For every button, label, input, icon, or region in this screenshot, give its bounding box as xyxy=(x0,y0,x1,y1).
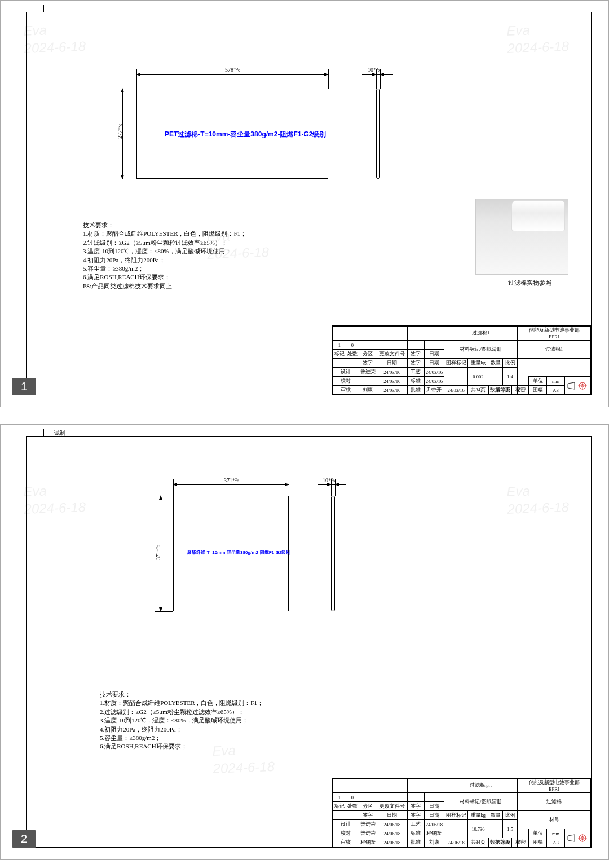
dim-height: 277⁺²₀ xyxy=(117,124,123,139)
tech-requirements: 技术要求： 1.材质：聚酯合成纤维POLYESTER，白色，阻燃级别：F1； 2… xyxy=(83,221,246,290)
title-block: 过滤棉1 储能及新型电池事业部EPRI 10 材料标记/图纸清册 过滤棉1 标记… xyxy=(332,325,591,395)
part-label: PET过滤棉-T=10mm-容尘量380g/m2-阻燃F1-G2级别 xyxy=(165,130,326,139)
dim-thickness: 10⁺²₀ xyxy=(323,477,335,483)
page-number-badge: 2 xyxy=(12,830,36,848)
part-label: 聚酯纤维-T=10mm-容尘量380g/m2-阻燃F1-G2级别 xyxy=(187,549,290,556)
tech-requirements: 技术要求： 1.材质：聚酯合成纤维POLYESTER，白色，阻燃级别：F1； 2… xyxy=(100,690,263,751)
watermark: Eva2024-6-18 xyxy=(23,20,86,57)
photo-caption: 过滤棉实物参照 xyxy=(508,279,551,287)
page-number-badge: 1 xyxy=(12,378,36,395)
drawing-frame: Eva2024-6-18 Eva2024-6-18 Eva2024-6-18 P… xyxy=(26,12,592,395)
dim-height: 371⁺²₀ xyxy=(155,545,161,560)
dim-width: 578⁺²₀ xyxy=(225,67,240,73)
dim-width: 371⁺²₀ xyxy=(224,477,239,483)
dim-thickness: 10⁺²₀ xyxy=(368,67,380,73)
title-block: 过滤棉.prt 储能及新型电池事业部EPRI 10 材料标记/图纸清册 过滤棉 … xyxy=(332,778,591,847)
side-view xyxy=(376,89,380,179)
watermark: Eva2024-6-18 xyxy=(506,481,570,518)
drawing-page-1: Eva2024-6-18 Eva2024-6-18 Eva2024-6-18 P… xyxy=(0,0,609,407)
svg-marker-0 xyxy=(568,382,575,389)
watermark: Eva2024-6-18 xyxy=(506,20,570,57)
drawing-page-2: 试制 Eva2024-6-18 Eva2024-6-18 Eva2024-6-1… xyxy=(0,424,609,860)
watermark: Eva2024-6-18 xyxy=(23,481,86,518)
tab-label-empty xyxy=(43,5,77,12)
tab-label: 试制 xyxy=(43,429,76,437)
drawing-frame: 试制 Eva2024-6-18 Eva2024-6-18 Eva2024-6-1… xyxy=(26,436,592,848)
reference-photo xyxy=(475,199,568,275)
svg-marker-5 xyxy=(568,835,575,841)
side-view xyxy=(331,496,335,611)
